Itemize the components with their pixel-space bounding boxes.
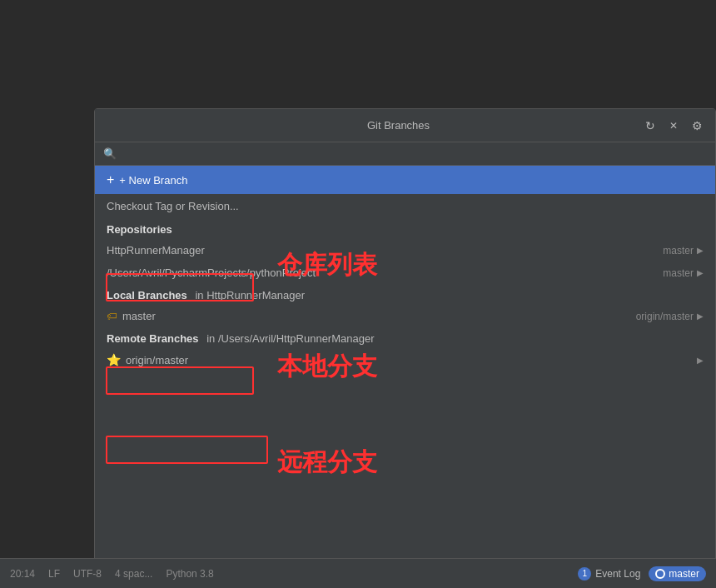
- branches-content: + + New Branch Checkout Tag or Revision.…: [95, 166, 715, 587]
- left-sidebar: [0, 0, 94, 588]
- remote-branch-name: origin/master: [126, 354, 188, 366]
- repo-row-httprunner[interactable]: HttpRunnerManager master ▶: [95, 239, 715, 262]
- repositories-label: Repositories: [107, 223, 172, 236]
- remote-branch-right: ▶: [697, 356, 704, 365]
- repositories-section-header: Repositories: [95, 218, 715, 239]
- remote-branch-arrow-icon: ▶: [697, 356, 704, 365]
- tag-icon: 🏷: [107, 310, 117, 322]
- new-branch-label: + New Branch: [119, 174, 187, 187]
- tracking-text: origin/master: [636, 311, 694, 322]
- event-log-label: Event Log: [595, 568, 640, 580]
- status-time: 20:14: [10, 568, 35, 580]
- local-branches-section-header: Local Branches in HttpRunnerManager: [95, 284, 715, 305]
- checkout-row[interactable]: Checkout Tag or Revision...: [95, 194, 715, 218]
- header-icons: ↻ ✕ ⚙: [642, 117, 705, 134]
- status-left: 20:14 LF UTF-8 4 spac... Python 3.8: [10, 568, 214, 580]
- pin-icon[interactable]: ✕: [665, 117, 682, 134]
- repo-branch-python: master ▶: [663, 267, 704, 279]
- status-indent: 4 spac...: [115, 568, 152, 580]
- event-log-badge: 1: [578, 567, 591, 581]
- new-branch-row[interactable]: + + New Branch: [95, 166, 715, 194]
- panel-title: Git Branches: [155, 119, 642, 132]
- branch-icon: [655, 569, 665, 579]
- remote-branches-section-header: Remote Branches in /Users/Avril/HttpRunn…: [95, 327, 715, 348]
- remote-branch-origin-row[interactable]: ⭐ origin/master ▶: [95, 348, 715, 371]
- remote-branches-subtitle: in /Users/Avril/HttpRunnerManager: [204, 332, 375, 345]
- repo-name-python: /Users/Avril/PycharmProjects/pythonProje…: [107, 267, 316, 279]
- event-log-button[interactable]: 1 Event Log: [578, 567, 640, 581]
- repo-python-arrow-icon: ▶: [697, 268, 704, 277]
- local-branch-name: master: [122, 310, 156, 322]
- status-bar: 20:14 LF UTF-8 4 spac... Python 3.8 1 Ev…: [0, 558, 716, 588]
- repo-name-httprunner: HttpRunnerManager: [107, 244, 205, 257]
- remote-branches-label: Remote Branches: [107, 332, 199, 345]
- repo-branch-python-text: master: [663, 267, 694, 279]
- remote-branch-left: ⭐ origin/master: [107, 353, 188, 366]
- local-branches-label: Local Branches: [107, 289, 187, 301]
- repo-branch-text: master: [663, 245, 694, 257]
- panel-header: Git Branches ↻ ✕ ⚙: [95, 109, 715, 142]
- checkout-label: Checkout Tag or Revision...: [107, 200, 239, 212]
- master-badge-label: master: [669, 568, 699, 580]
- search-icon: 🔍: [103, 147, 117, 160]
- new-branch-icon: +: [107, 172, 114, 187]
- search-input[interactable]: [122, 147, 707, 160]
- star-icon: ⭐: [107, 353, 121, 366]
- local-branch-arrow-icon: ▶: [697, 311, 704, 321]
- master-badge-button[interactable]: master: [649, 566, 706, 581]
- status-lf: LF: [48, 568, 60, 580]
- local-branches-subtitle: in HttpRunnerManager: [192, 289, 305, 301]
- repo-arrow-icon: ▶: [697, 246, 704, 255]
- status-encoding: UTF-8: [73, 568, 102, 580]
- settings-icon[interactable]: ⚙: [689, 117, 705, 134]
- local-branch-left: 🏷 master: [107, 310, 156, 322]
- refresh-icon[interactable]: ↻: [642, 117, 659, 134]
- search-bar: 🔍: [95, 142, 715, 166]
- repo-row-python[interactable]: /Users/Avril/PycharmProjects/pythonProje…: [95, 262, 715, 284]
- git-branches-panel: Git Branches ↻ ✕ ⚙ 🔍 + + New Branch Chec…: [94, 108, 716, 588]
- local-branch-tracking: origin/master ▶: [636, 311, 704, 322]
- status-right: 1 Event Log master: [578, 566, 706, 581]
- status-python: Python 3.8: [166, 568, 213, 580]
- repo-branch-httprunner: master ▶: [663, 245, 704, 257]
- local-branch-master-row[interactable]: 🏷 master origin/master ▶: [95, 305, 715, 327]
